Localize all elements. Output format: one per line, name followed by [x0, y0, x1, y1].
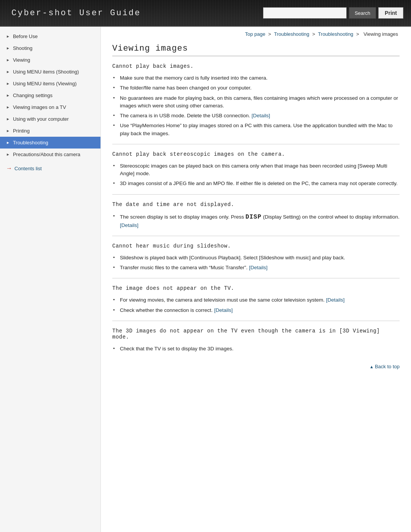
- chevron-right-icon: ►: [6, 81, 10, 86]
- list-item: Stereoscopic images can be played back o…: [112, 161, 400, 179]
- list-item: The folder/file name has been changed on…: [112, 83, 400, 93]
- sidebar-item-label: Printing: [13, 128, 30, 134]
- section-divider: [112, 278, 400, 278]
- sidebar-item-label: Precautions/About this camera: [13, 152, 80, 157]
- sidebar-item-changing-settings[interactable]: ► Changing settings: [0, 89, 100, 101]
- chevron-right-icon: ►: [6, 58, 10, 62]
- sidebar-item-menu-viewing[interactable]: ► Using MENU items (Viewing): [0, 78, 100, 89]
- page-title: Viewing images: [112, 44, 400, 53]
- contents-list-link[interactable]: → Contents list: [0, 160, 100, 176]
- section-bullets-3d: Check that the TV is set to display the …: [112, 344, 400, 354]
- sidebar-item-viewing-tv[interactable]: ► Viewing images on a TV: [0, 101, 100, 113]
- sidebar-item-before-use[interactable]: ► Before Use: [0, 30, 100, 42]
- breadcrumb: Top page > Troubleshooting > Troubleshoo…: [112, 27, 400, 40]
- details-link-disp[interactable]: [Details]: [120, 222, 139, 228]
- chevron-right-icon: ►: [6, 141, 10, 145]
- breadcrumb-current: Viewing images: [363, 31, 398, 37]
- breadcrumb-sep2: >: [312, 31, 316, 37]
- header-controls: Search Print: [263, 7, 411, 19]
- sidebar-item-printing[interactable]: ► Printing: [0, 125, 100, 137]
- section-divider: [112, 144, 400, 144]
- list-item: Use “PlayMemories Home” to play images s…: [112, 121, 400, 139]
- site-title: Cyber-shot User Guide: [0, 8, 141, 18]
- sidebar-item-precautions[interactable]: ► Precautions/About this camera: [0, 149, 100, 160]
- chevron-right-icon: ►: [6, 46, 10, 50]
- list-item: Transfer music files to the camera with …: [112, 263, 400, 273]
- details-link-usb[interactable]: [Details]: [252, 113, 270, 118]
- page-layout: ► Before Use ► Shooting ► Viewing ► Usin…: [0, 27, 411, 532]
- disp-label: DISP: [245, 214, 261, 220]
- chevron-right-icon: ►: [6, 117, 10, 121]
- sidebar-item-label: Using with your computer: [13, 116, 69, 122]
- section-bullets-stereo: Stereoscopic images can be played back o…: [112, 161, 400, 189]
- list-item: The screen display is set to display ima…: [112, 211, 400, 230]
- sidebar-item-label: Changing settings: [13, 93, 53, 98]
- breadcrumb-sep: >: [268, 31, 272, 37]
- header: Cyber-shot User Guide Search Print: [0, 0, 411, 27]
- section-heading-tv: The image does not appear on the TV.: [112, 285, 400, 291]
- section-heading-stereo: Cannot play back stereoscopic images on …: [112, 151, 400, 157]
- chevron-right-icon: ►: [6, 105, 10, 109]
- sidebar-item-troubleshooting[interactable]: ► Troubleshooting: [0, 137, 100, 149]
- search-input[interactable]: [263, 7, 347, 19]
- main-content: Top page > Troubleshooting > Troubleshoo…: [101, 27, 411, 532]
- sidebar-item-label: Shooting: [13, 45, 32, 51]
- section-bullets-cannot-play-back: Make sure that the memory card is fully …: [112, 73, 400, 139]
- sidebar-item-label: Troubleshooting: [13, 140, 48, 145]
- section-heading-cannot-play-back: Cannot play back images.: [112, 63, 400, 69]
- section-heading-music: Cannot hear music during slideshow.: [112, 243, 400, 249]
- print-button[interactable]: Print: [378, 7, 403, 19]
- back-to-top: Back to top: [112, 356, 400, 373]
- list-item: For viewing movies, the camera and telev…: [112, 295, 400, 305]
- sidebar-item-shooting[interactable]: ► Shooting: [0, 42, 100, 54]
- chevron-right-icon: ►: [6, 34, 10, 38]
- chevron-right-icon: ►: [6, 129, 10, 133]
- sidebar-item-label: Viewing: [13, 57, 30, 63]
- sidebar-item-menu-shooting[interactable]: ► Using MENU items (Shooting): [0, 66, 100, 78]
- section-heading-3d: The 3D images do not appear on the TV ev…: [112, 328, 400, 340]
- section-bullets-tv: For viewing movies, the camera and telev…: [112, 295, 400, 315]
- list-item: No guarantees are made for playing back,…: [112, 93, 400, 111]
- list-item: The camera is in USB mode. Delete the US…: [112, 111, 400, 121]
- list-item: Check whether the connection is correct.…: [112, 305, 400, 315]
- section-divider: [112, 236, 400, 236]
- search-button[interactable]: Search: [349, 7, 376, 19]
- chevron-right-icon: ►: [6, 93, 10, 97]
- details-link-music[interactable]: [Details]: [249, 265, 268, 270]
- breadcrumb-top[interactable]: Top page: [245, 31, 266, 37]
- list-item: Check that the TV is set to display the …: [112, 344, 400, 354]
- sidebar-item-viewing[interactable]: ► Viewing: [0, 54, 100, 66]
- section-divider: [112, 194, 400, 195]
- sidebar-item-label: Using MENU items (Shooting): [13, 69, 79, 75]
- sidebar-item-label: Viewing images on a TV: [13, 104, 66, 110]
- breadcrumb-troubleshooting2[interactable]: Troubleshooting: [318, 31, 354, 37]
- title-divider: [112, 56, 400, 56]
- sidebar-item-label: Using MENU items (Viewing): [13, 81, 76, 86]
- details-link-tv1[interactable]: [Details]: [326, 297, 345, 303]
- details-link-tv2[interactable]: [Details]: [214, 307, 233, 313]
- back-to-top-link[interactable]: Back to top: [370, 364, 400, 369]
- chevron-right-icon: ►: [6, 70, 10, 74]
- breadcrumb-sep3: >: [356, 31, 360, 37]
- sidebar-item-label: Before Use: [13, 34, 38, 39]
- section-divider: [112, 321, 400, 321]
- list-item: Make sure that the memory card is fully …: [112, 73, 400, 83]
- sidebar: ► Before Use ► Shooting ► Viewing ► Usin…: [0, 27, 101, 532]
- chevron-right-icon: ►: [6, 152, 10, 157]
- section-bullets-music: Slideshow is played back with [Continuou…: [112, 253, 400, 273]
- section-heading-date-time: The date and time are not displayed.: [112, 201, 400, 208]
- sidebar-item-using-computer[interactable]: ► Using with your computer: [0, 113, 100, 125]
- contents-link-label: Contents list: [14, 166, 42, 171]
- arrow-right-icon: →: [6, 165, 12, 172]
- breadcrumb-troubleshooting1[interactable]: Troubleshooting: [274, 31, 309, 37]
- section-bullets-date-time: The screen display is set to display ima…: [112, 211, 400, 230]
- list-item: 3D images consist of a JPEG file and an …: [112, 179, 400, 189]
- list-item: Slideshow is played back with [Continuou…: [112, 253, 400, 263]
